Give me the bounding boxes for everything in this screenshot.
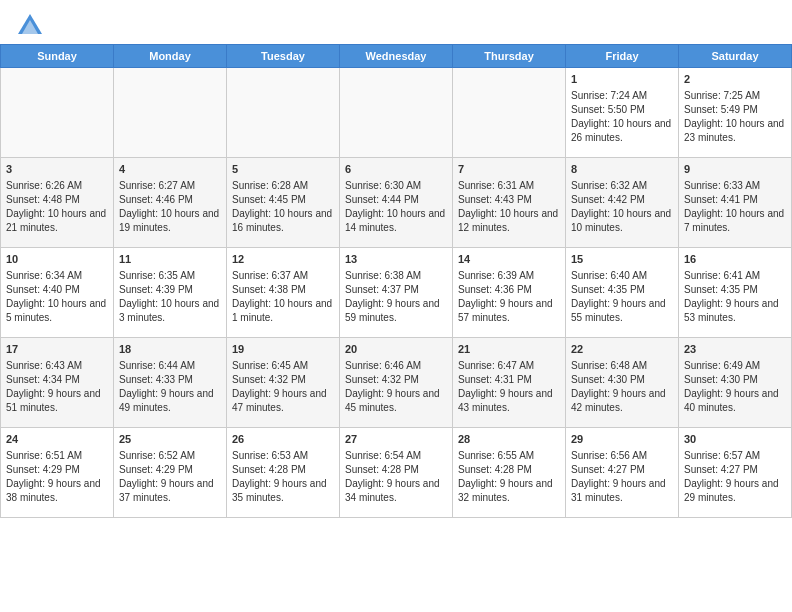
day-info: Sunset: 4:29 PM (119, 463, 221, 477)
day-info: Daylight: 9 hours and 32 minutes. (458, 477, 560, 505)
day-info: Daylight: 9 hours and 47 minutes. (232, 387, 334, 415)
day-number: 13 (345, 252, 447, 267)
day-number: 1 (571, 72, 673, 87)
calendar-cell: 14Sunrise: 6:39 AMSunset: 4:36 PMDayligh… (453, 248, 566, 338)
day-info: Sunrise: 6:48 AM (571, 359, 673, 373)
logo-icon (16, 12, 44, 40)
day-number: 29 (571, 432, 673, 447)
day-number: 4 (119, 162, 221, 177)
calendar-cell (1, 68, 114, 158)
day-info: Sunset: 4:35 PM (684, 283, 786, 297)
day-number: 9 (684, 162, 786, 177)
day-info: Sunrise: 6:52 AM (119, 449, 221, 463)
day-info: Daylight: 10 hours and 16 minutes. (232, 207, 334, 235)
day-info: Sunset: 4:38 PM (232, 283, 334, 297)
day-info: Sunrise: 6:53 AM (232, 449, 334, 463)
day-info: Sunrise: 6:39 AM (458, 269, 560, 283)
day-info: Sunrise: 6:43 AM (6, 359, 108, 373)
day-info: Sunrise: 6:26 AM (6, 179, 108, 193)
calendar-cell: 2Sunrise: 7:25 AMSunset: 5:49 PMDaylight… (679, 68, 792, 158)
calendar-cell: 16Sunrise: 6:41 AMSunset: 4:35 PMDayligh… (679, 248, 792, 338)
calendar-cell: 30Sunrise: 6:57 AMSunset: 4:27 PMDayligh… (679, 428, 792, 518)
day-info: Sunset: 4:30 PM (571, 373, 673, 387)
day-info: Sunrise: 6:40 AM (571, 269, 673, 283)
day-header: Monday (114, 45, 227, 68)
day-number: 22 (571, 342, 673, 357)
calendar-cell (340, 68, 453, 158)
day-info: Sunrise: 6:41 AM (684, 269, 786, 283)
calendar-cell: 27Sunrise: 6:54 AMSunset: 4:28 PMDayligh… (340, 428, 453, 518)
day-header: Sunday (1, 45, 114, 68)
day-number: 15 (571, 252, 673, 267)
day-info: Sunset: 4:39 PM (119, 283, 221, 297)
calendar-cell: 18Sunrise: 6:44 AMSunset: 4:33 PMDayligh… (114, 338, 227, 428)
day-info: Daylight: 9 hours and 53 minutes. (684, 297, 786, 325)
calendar-cell: 26Sunrise: 6:53 AMSunset: 4:28 PMDayligh… (227, 428, 340, 518)
day-info: Sunrise: 6:56 AM (571, 449, 673, 463)
day-info: Sunset: 4:35 PM (571, 283, 673, 297)
day-info: Sunset: 4:45 PM (232, 193, 334, 207)
logo (16, 12, 48, 40)
day-info: Sunset: 4:27 PM (684, 463, 786, 477)
day-info: Sunset: 4:46 PM (119, 193, 221, 207)
calendar-cell: 9Sunrise: 6:33 AMSunset: 4:41 PMDaylight… (679, 158, 792, 248)
day-info: Daylight: 10 hours and 3 minutes. (119, 297, 221, 325)
day-number: 17 (6, 342, 108, 357)
calendar-cell: 7Sunrise: 6:31 AMSunset: 4:43 PMDaylight… (453, 158, 566, 248)
day-number: 6 (345, 162, 447, 177)
calendar-cell: 15Sunrise: 6:40 AMSunset: 4:35 PMDayligh… (566, 248, 679, 338)
day-header: Friday (566, 45, 679, 68)
day-info: Daylight: 9 hours and 42 minutes. (571, 387, 673, 415)
calendar-cell: 25Sunrise: 6:52 AMSunset: 4:29 PMDayligh… (114, 428, 227, 518)
day-info: Sunrise: 6:35 AM (119, 269, 221, 283)
day-info: Daylight: 9 hours and 35 minutes. (232, 477, 334, 505)
day-number: 16 (684, 252, 786, 267)
day-header: Thursday (453, 45, 566, 68)
day-info: Daylight: 9 hours and 55 minutes. (571, 297, 673, 325)
day-info: Sunrise: 6:57 AM (684, 449, 786, 463)
day-info: Sunrise: 6:47 AM (458, 359, 560, 373)
calendar-week-row: 17Sunrise: 6:43 AMSunset: 4:34 PMDayligh… (1, 338, 792, 428)
calendar-cell (227, 68, 340, 158)
day-number: 27 (345, 432, 447, 447)
day-info: Daylight: 9 hours and 49 minutes. (119, 387, 221, 415)
day-info: Daylight: 10 hours and 5 minutes. (6, 297, 108, 325)
day-info: Sunset: 4:44 PM (345, 193, 447, 207)
day-info: Daylight: 10 hours and 21 minutes. (6, 207, 108, 235)
day-info: Sunset: 4:37 PM (345, 283, 447, 297)
day-info: Daylight: 9 hours and 43 minutes. (458, 387, 560, 415)
day-header: Wednesday (340, 45, 453, 68)
day-info: Sunset: 4:48 PM (6, 193, 108, 207)
calendar-table: SundayMondayTuesdayWednesdayThursdayFrid… (0, 44, 792, 518)
calendar-cell: 11Sunrise: 6:35 AMSunset: 4:39 PMDayligh… (114, 248, 227, 338)
calendar-cell: 10Sunrise: 6:34 AMSunset: 4:40 PMDayligh… (1, 248, 114, 338)
calendar-cell: 24Sunrise: 6:51 AMSunset: 4:29 PMDayligh… (1, 428, 114, 518)
day-info: Daylight: 10 hours and 14 minutes. (345, 207, 447, 235)
day-info: Sunset: 4:32 PM (345, 373, 447, 387)
day-info: Sunrise: 6:49 AM (684, 359, 786, 373)
day-info: Sunset: 4:32 PM (232, 373, 334, 387)
calendar-week-row: 10Sunrise: 6:34 AMSunset: 4:40 PMDayligh… (1, 248, 792, 338)
page-header (0, 0, 792, 44)
day-number: 8 (571, 162, 673, 177)
calendar-cell: 23Sunrise: 6:49 AMSunset: 4:30 PMDayligh… (679, 338, 792, 428)
day-info: Sunrise: 6:27 AM (119, 179, 221, 193)
day-number: 20 (345, 342, 447, 357)
day-info: Sunrise: 6:33 AM (684, 179, 786, 193)
day-info: Daylight: 10 hours and 1 minute. (232, 297, 334, 325)
calendar-cell: 17Sunrise: 6:43 AMSunset: 4:34 PMDayligh… (1, 338, 114, 428)
day-info: Sunrise: 6:28 AM (232, 179, 334, 193)
day-header: Tuesday (227, 45, 340, 68)
day-info: Daylight: 10 hours and 12 minutes. (458, 207, 560, 235)
day-number: 24 (6, 432, 108, 447)
day-info: Sunrise: 6:51 AM (6, 449, 108, 463)
day-number: 25 (119, 432, 221, 447)
calendar-week-row: 24Sunrise: 6:51 AMSunset: 4:29 PMDayligh… (1, 428, 792, 518)
day-info: Sunrise: 6:46 AM (345, 359, 447, 373)
day-info: Sunset: 4:29 PM (6, 463, 108, 477)
day-info: Daylight: 10 hours and 19 minutes. (119, 207, 221, 235)
day-header: Saturday (679, 45, 792, 68)
calendar-cell: 5Sunrise: 6:28 AMSunset: 4:45 PMDaylight… (227, 158, 340, 248)
day-number: 5 (232, 162, 334, 177)
day-info: Daylight: 10 hours and 23 minutes. (684, 117, 786, 145)
